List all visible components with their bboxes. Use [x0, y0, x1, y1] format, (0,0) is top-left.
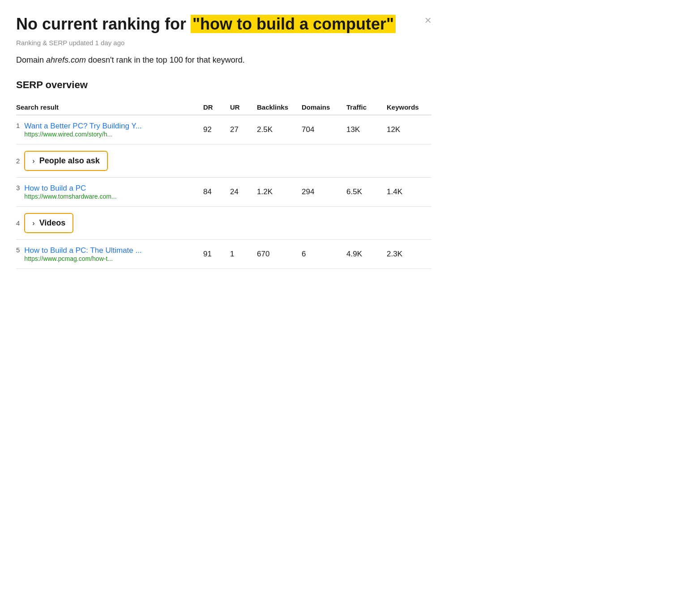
table-header: Search result DR UR Backlinks Domains Tr… [16, 100, 431, 115]
backlinks-value: 670 [257, 250, 302, 259]
keywords-value: 12K [387, 125, 431, 134]
col-dr: DR [203, 103, 230, 111]
result-content: How to Build a PC: The Ultimate ... http… [24, 246, 141, 262]
keywords-value: 2.3K [387, 250, 431, 259]
row-index: 2 [16, 157, 20, 165]
result-url-link[interactable]: https://www.tomshardware.com... [24, 193, 116, 200]
col-traffic: Traffic [346, 103, 387, 111]
backlinks-value: 1.2K [257, 187, 302, 196]
result-cell: 5 How to Build a PC: The Ultimate ... ht… [16, 246, 203, 262]
ur-value: 27 [230, 125, 257, 134]
dr-value: 91 [203, 250, 230, 259]
result-title-link[interactable]: Want a Better PC? Try Building Y... [24, 122, 141, 131]
chevron-icon: › [32, 157, 34, 165]
domains-value: 294 [302, 187, 346, 196]
result-url-link[interactable]: https://www.pcmag.com/how-t... [24, 255, 141, 262]
serp-title: SERP overview [16, 79, 431, 91]
domain-prefix: Domain [16, 55, 46, 64]
domain-suffix: doesn't rank in the top 100 for that key… [86, 55, 245, 64]
backlinks-value: 2.5K [257, 125, 302, 134]
videos-box[interactable]: › Videos [24, 213, 73, 233]
ur-value: 24 [230, 187, 257, 196]
col-domains: Domains [302, 103, 346, 111]
row-index: 1 [16, 122, 20, 129]
row-index: 3 [16, 184, 20, 192]
table-row-special: 4 › Videos [16, 207, 431, 240]
table-row: 3 How to Build a PC https://www.tomshard… [16, 178, 431, 207]
keywords-value: 1.4K [387, 187, 431, 196]
domains-value: 704 [302, 125, 346, 134]
subtitle: Ranking & SERP updated 1 day ago [16, 39, 431, 47]
result-url-link[interactable]: https://www.wired.com/story/h... [24, 131, 141, 138]
col-ur: UR [230, 103, 257, 111]
result-title-link[interactable]: How to Build a PC [24, 184, 116, 193]
traffic-value: 13K [346, 125, 387, 134]
result-title-link[interactable]: How to Build a PC: The Ultimate ... [24, 246, 141, 255]
page-title: No current ranking for "how to build a c… [16, 14, 401, 34]
special-row-content: 2 › People also ask [16, 151, 431, 171]
people-also-ask-box[interactable]: › People also ask [24, 151, 107, 171]
chevron-icon: › [32, 219, 34, 227]
videos-label: Videos [39, 218, 66, 228]
dr-value: 84 [203, 187, 230, 196]
title-highlight: "how to build a computer" [191, 15, 396, 33]
title-prefix: No current ranking for [16, 15, 191, 33]
row-index: 5 [16, 246, 20, 254]
header-area: × No current ranking for "how to build a… [16, 14, 431, 65]
domain-info: Domain ahrefs.com doesn't rank in the to… [16, 55, 431, 65]
result-cell: 1 Want a Better PC? Try Building Y... ht… [16, 122, 203, 138]
table-row: 5 How to Build a PC: The Ultimate ... ht… [16, 240, 431, 269]
result-content: How to Build a PC https://www.tomshardwa… [24, 184, 116, 200]
traffic-value: 6.5K [346, 187, 387, 196]
table-row-special: 2 › People also ask [16, 145, 431, 178]
people-also-ask-label: People also ask [39, 156, 100, 166]
domains-value: 6 [302, 250, 346, 259]
special-row-content: 4 › Videos [16, 213, 431, 233]
ur-value: 1 [230, 250, 257, 259]
domain-name: ahrefs.com [46, 55, 86, 64]
table-row: 1 Want a Better PC? Try Building Y... ht… [16, 115, 431, 145]
result-cell: 3 How to Build a PC https://www.tomshard… [16, 184, 203, 200]
results-table: Search result DR UR Backlinks Domains Tr… [16, 100, 431, 269]
col-search-result: Search result [16, 103, 203, 111]
serp-section: SERP overview Search result DR UR Backli… [16, 79, 431, 269]
col-keywords: Keywords [387, 103, 431, 111]
col-backlinks: Backlinks [257, 103, 302, 111]
result-content: Want a Better PC? Try Building Y... http… [24, 122, 141, 138]
dr-value: 92 [203, 125, 230, 134]
row-index: 4 [16, 219, 20, 227]
close-button[interactable]: × [425, 14, 431, 26]
traffic-value: 4.9K [346, 250, 387, 259]
